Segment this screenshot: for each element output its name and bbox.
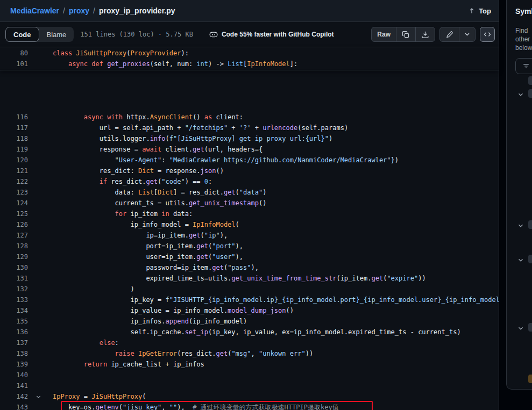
line-number[interactable]: 129 (0, 251, 28, 262)
code-text: expired_time_ts=utils.get_unix_time_from… (53, 273, 499, 284)
line-number[interactable]: 101 (0, 59, 28, 69)
line-number[interactable]: 140 (0, 370, 28, 380)
copy-button[interactable] (396, 27, 415, 41)
raw-button[interactable]: Raw (372, 27, 396, 41)
code-text: if res_dict.get("code") == 0: (53, 176, 499, 187)
code-text: for ip_item in data: (53, 208, 499, 219)
line-number[interactable]: 117 (0, 123, 28, 133)
symbol-item[interactable] (528, 220, 532, 229)
copilot-banner-text: Code 55% faster with GitHub Copilot (222, 31, 334, 38)
code-line-142: 142IpProxy = JiSuHttpProxy( (0, 391, 499, 402)
file-meta-info: 151 lines (130 loc) · 5.75 KB (80, 31, 193, 38)
line-number[interactable]: 136 (0, 327, 28, 337)
gutter-spacer (28, 112, 53, 123)
line-number[interactable]: 119 (0, 144, 28, 155)
gutter-spacer (28, 348, 53, 359)
code-line-140: 140 (0, 370, 499, 380)
line-number[interactable]: 132 (0, 284, 28, 294)
line-number[interactable]: 142 (0, 391, 28, 402)
gutter-spacer (28, 144, 53, 155)
gutter-spacer (28, 316, 53, 327)
collapse-chevron-icon[interactable] (36, 394, 41, 400)
symbols-panel-title: Symbols (515, 7, 532, 16)
chevron-down-icon[interactable] (517, 90, 524, 97)
highlight-box (61, 401, 373, 410)
symbol-item[interactable] (528, 76, 532, 85)
line-number[interactable]: 128 (0, 241, 28, 251)
symbol-item[interactable] (528, 323, 532, 332)
line-number[interactable]: 124 (0, 198, 28, 208)
code-line-116: 116 async with httpx.AsyncClient() as cl… (0, 112, 499, 123)
symbols-panel: Symbols Find other below (506, 0, 532, 390)
breadcrumb-separator: / (93, 6, 95, 15)
line-number[interactable]: 135 (0, 316, 28, 327)
code-line-128: 128 port=ip_item.get("port"), (0, 241, 499, 251)
code-blame-switch: Code Blame (5, 27, 74, 42)
line-number[interactable]: 131 (0, 273, 28, 284)
edit-dropdown-button[interactable] (459, 27, 475, 41)
code-text: utils.logger.info(f"[JiSuHttpProxy] get … (53, 133, 499, 144)
line-number[interactable]: 126 (0, 219, 28, 230)
file-content-column: MediaCrawler / proxy / proxy_ip_provider… (0, 0, 499, 410)
code-line-119: 119 response = await client.get(url, hea… (0, 144, 499, 155)
symbol-item[interactable] (528, 255, 532, 263)
tab-blame[interactable]: Blame (39, 27, 74, 42)
line-number[interactable]: 118 (0, 133, 28, 144)
code-line-122: 122 if res_dict.get("code") == 0: (0, 176, 499, 187)
collapse-toggle[interactable] (28, 391, 53, 402)
code-line-133: 133 ip_key = f"JISUHTTP_{ip_info_model.i… (0, 294, 499, 305)
breadcrumb-folder-link[interactable]: proxy (69, 6, 89, 15)
line-number[interactable]: 120 (0, 155, 28, 166)
code-line-124: 124 current_ts = utils.get_unix_timestam… (0, 198, 499, 208)
code-text: async def get_proxies(self, num: int) ->… (53, 59, 498, 69)
edit-button[interactable] (440, 27, 459, 41)
breadcrumb-separator: / (63, 6, 65, 15)
gutter-spacer (28, 262, 53, 273)
download-icon (421, 31, 429, 39)
pencil-icon (445, 31, 453, 39)
scroll-to-top-button[interactable]: Top (468, 7, 491, 15)
code-line-125: 125 for ip_item in data: (0, 208, 499, 219)
chevron-down-icon[interactable] (517, 221, 524, 228)
breadcrumb-repo-link[interactable]: MediaCrawler (10, 6, 59, 15)
chevron-down-icon[interactable] (517, 324, 524, 330)
line-number[interactable]: 134 (0, 305, 28, 316)
code-text: user=ip_item.get("user"), (53, 251, 499, 262)
line-number[interactable]: 130 (0, 262, 28, 273)
copilot-banner[interactable]: Code 55% faster with GitHub Copilot (209, 30, 334, 39)
symbols-panel-description-line: other (515, 35, 532, 44)
line-number[interactable]: 141 (0, 380, 28, 391)
symbol-item[interactable] (528, 375, 532, 383)
line-number[interactable]: 125 (0, 208, 28, 219)
line-number[interactable]: 143 (0, 402, 28, 410)
gutter-spacer (28, 208, 53, 219)
gutter-spacer (28, 294, 53, 305)
line-number[interactable]: 139 (0, 359, 28, 370)
download-button[interactable] (415, 27, 435, 41)
code-text: IpProxy = JiSuHttpProxy( (53, 391, 499, 402)
chevron-down-icon[interactable] (517, 256, 524, 262)
gutter-spacer (28, 241, 53, 251)
file-toolbar: Code Blame 151 lines (130 loc) · 5.75 KB… (0, 22, 499, 47)
line-number[interactable]: 116 (0, 112, 28, 123)
symbols-filter-input[interactable] (515, 58, 532, 74)
line-number[interactable]: 133 (0, 294, 28, 305)
symbols-panel-toggle-button[interactable] (480, 27, 495, 42)
line-number[interactable]: 123 (0, 187, 28, 198)
code-line-135: 135 ip_infos.append(ip_info_model) (0, 316, 499, 327)
code-line-141: 141 (0, 380, 499, 391)
gutter-spacer (28, 230, 53, 241)
line-number[interactable]: 80 (0, 48, 28, 59)
line-number[interactable]: 122 (0, 176, 28, 187)
line-number[interactable]: 121 (0, 166, 28, 176)
tab-code[interactable]: Code (5, 27, 39, 42)
line-number[interactable]: 137 (0, 337, 28, 348)
line-number[interactable]: 127 (0, 230, 28, 241)
line-number[interactable]: 138 (0, 348, 28, 359)
breadcrumb: MediaCrawler / proxy / proxy_ip_provider… (0, 0, 499, 22)
code-line-139: 139 return ip_cache_list + ip_infos (0, 359, 499, 370)
github-file-view: MediaCrawler / proxy / proxy_ip_provider… (0, 0, 532, 410)
symbol-item[interactable] (528, 89, 532, 98)
gutter-spacer (28, 251, 53, 262)
code-line-121: 121 res_dict: Dict = response.json() (0, 166, 499, 176)
